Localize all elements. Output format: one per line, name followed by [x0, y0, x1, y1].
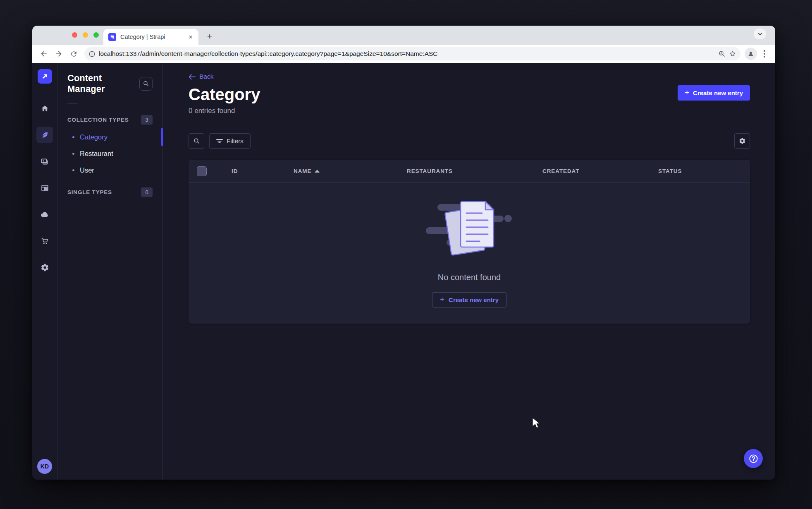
tab-title: Category | Strapi — [120, 34, 184, 40]
strapi-logo-icon[interactable] — [38, 69, 52, 84]
select-all-checkbox[interactable] — [197, 166, 207, 176]
filter-lines-icon — [216, 138, 223, 144]
forward-icon[interactable] — [52, 47, 65, 60]
empty-documents-illustration — [425, 195, 513, 262]
empty-create-new-entry-button[interactable]: + Create new entry — [432, 292, 506, 307]
nav-settings-icon[interactable] — [36, 259, 53, 276]
single-types-label: SINGLE TYPES — [67, 189, 112, 195]
entries-count: 0 entries found — [189, 107, 260, 115]
back-icon[interactable] — [37, 47, 50, 60]
tab-search-chevron-icon[interactable] — [754, 29, 766, 39]
nav-content-manager-icon[interactable] — [36, 127, 53, 143]
info-circle-icon[interactable] — [88, 50, 96, 58]
browser-tabstrip: Category | Strapi × + — [32, 26, 775, 45]
filters-button[interactable]: Filters — [209, 133, 251, 149]
main-nav-rail: KD — [32, 63, 57, 480]
entries-table: ID NAME RESTAURANTS CREATEDAT STATUS — [189, 160, 750, 324]
browser-menu-icon[interactable] — [759, 47, 770, 60]
column-header-status[interactable]: STATUS — [652, 168, 750, 174]
sidebar-divider — [67, 103, 78, 104]
main-content: Back Category 0 entries found + Create n… — [163, 63, 775, 480]
list-toolbar: Filters — [189, 133, 750, 149]
new-tab-button[interactable]: + — [204, 31, 215, 42]
sidebar-search-button[interactable] — [139, 77, 153, 91]
browser-window: Category | Strapi × + localhost:1337/adm… — [32, 26, 775, 480]
table-header-row: ID NAME RESTAURANTS CREATEDAT STATUS — [189, 160, 750, 183]
sidebar-item-label: Restaurant — [80, 150, 113, 158]
traffic-lights — [72, 32, 99, 38]
nav-home-icon[interactable] — [36, 100, 53, 117]
back-link[interactable]: Back — [189, 73, 213, 80]
sort-ascending-icon — [315, 170, 320, 173]
help-button[interactable] — [744, 449, 763, 468]
sidebar-item-label: User — [80, 166, 94, 174]
user-avatar[interactable]: KD — [37, 459, 52, 474]
reload-icon[interactable] — [67, 47, 80, 60]
bullet-icon — [72, 169, 74, 171]
empty-state: No content found + Create new entry — [189, 183, 750, 324]
collection-types-count-badge: 3 — [141, 115, 153, 125]
minimize-window-icon[interactable] — [83, 32, 88, 38]
browser-tab[interactable]: Category | Strapi × — [103, 29, 198, 45]
zoom-icon[interactable] — [718, 50, 726, 58]
sidebar-item-label: Category — [80, 133, 107, 141]
browser-toolbar: localhost:1337/admin/content-manager/col… — [32, 45, 775, 63]
nav-marketplace-icon[interactable] — [36, 233, 53, 249]
sidebar-item-category[interactable]: Category — [67, 129, 153, 145]
rail-divider — [32, 453, 57, 453]
collection-types-list: Category Restaurant User — [67, 129, 153, 178]
empty-message: No content found — [438, 273, 501, 282]
strapi-favicon-icon — [108, 33, 116, 41]
column-header-id[interactable]: ID — [225, 168, 287, 174]
rail-divider — [32, 90, 57, 90]
back-arrow-icon — [189, 74, 196, 80]
tab-close-icon[interactable]: × — [188, 33, 193, 41]
column-header-name[interactable]: NAME — [287, 168, 400, 174]
view-settings-button[interactable] — [734, 133, 750, 149]
bullet-icon — [72, 136, 74, 138]
column-header-restaurants[interactable]: RESTAURANTS — [400, 168, 536, 174]
bookmark-star-icon[interactable] — [729, 50, 736, 58]
sidebar-item-user[interactable]: User — [67, 162, 153, 178]
page-title: Category — [189, 85, 260, 103]
fullscreen-window-icon[interactable] — [93, 32, 99, 38]
strapi-admin: KD Content Manager COLLECTION TYPES 3 Ca… — [32, 63, 775, 480]
content-manager-sidebar: Content Manager COLLECTION TYPES 3 Categ… — [57, 63, 163, 480]
nav-content-type-builder-icon[interactable] — [36, 180, 53, 196]
plus-icon: + — [440, 295, 444, 303]
sidebar-item-restaurant[interactable]: Restaurant — [67, 145, 153, 162]
nav-media-library-icon[interactable] — [36, 153, 53, 170]
table-search-button[interactable] — [189, 133, 204, 149]
sidebar-title: Content Manager — [67, 73, 139, 94]
collection-types-label: COLLECTION TYPES — [67, 117, 129, 123]
plus-icon: + — [685, 89, 689, 96]
bullet-icon — [72, 153, 74, 155]
url-text[interactable]: localhost:1337/admin/content-manager/col… — [99, 50, 715, 58]
column-header-createdat[interactable]: CREATEDAT — [536, 168, 652, 174]
single-types-count-badge: 0 — [141, 187, 153, 197]
create-new-entry-button[interactable]: + Create new entry — [678, 85, 750, 101]
url-bar[interactable]: localhost:1337/admin/content-manager/col… — [84, 47, 740, 60]
nav-cloud-icon[interactable] — [36, 206, 53, 223]
browser-profile-icon[interactable] — [745, 48, 757, 60]
close-window-icon[interactable] — [72, 32, 77, 38]
